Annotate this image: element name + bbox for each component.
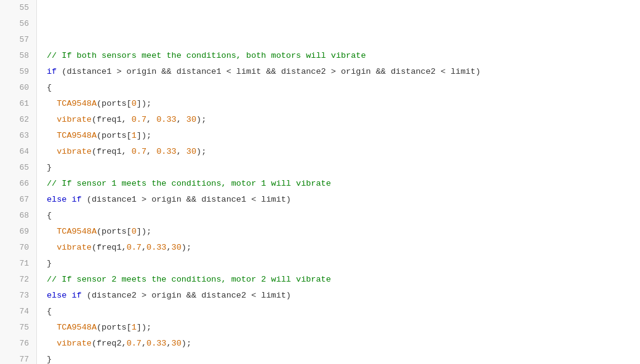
code-function: TCA9548A	[57, 323, 97, 332]
code-line: TCA9548A(ports[1]);	[47, 128, 640, 144]
code-function: TCA9548A	[57, 227, 97, 236]
code-text: (freq1,	[92, 115, 132, 124]
code-line: vibrate(freq2,0.7,0.33,30);	[47, 336, 640, 352]
code-comment: // If sensor 1 meets the conditions, mot…	[47, 179, 331, 188]
code-function: vibrate	[57, 147, 92, 156]
line-number: 73	[7, 288, 29, 304]
code-text: ]);	[137, 323, 151, 332]
code-text: ,	[146, 147, 156, 156]
code-keyword: else	[47, 291, 66, 300]
code-keyword: if	[72, 291, 82, 300]
code-text: );	[196, 147, 206, 156]
code-comment: // If sensor 2 meets the conditions, mot…	[47, 275, 331, 284]
code-line: vibrate(freq1, 0.7, 0.33, 30);	[47, 144, 640, 160]
code-text: (freq1,	[92, 243, 127, 252]
code-text	[66, 195, 71, 204]
line-number-gutter: 5556575859606162636465666768697071727374…	[0, 0, 37, 364]
code-line: TCA9548A(ports[0]);	[47, 96, 640, 112]
line-number: 57	[7, 32, 29, 48]
line-number: 74	[7, 304, 29, 320]
code-number: 0.7	[127, 339, 142, 348]
code-text: ]);	[137, 99, 151, 108]
code-line: if (distance1 > origin && distance1 < li…	[47, 64, 640, 80]
line-number: 65	[7, 160, 29, 176]
code-text	[47, 339, 57, 348]
code-text	[47, 243, 57, 252]
code-number: 0.7	[132, 147, 146, 156]
code-text: (ports[	[97, 99, 132, 108]
line-number: 62	[7, 112, 29, 128]
code-line: // If both sensors meet the conditions, …	[47, 48, 640, 64]
code-comment: // If both sensors meet the conditions, …	[47, 51, 366, 60]
line-number: 63	[7, 128, 29, 144]
line-number: 69	[7, 224, 29, 240]
code-text: ,	[177, 147, 186, 156]
code-text: (distance1 > origin && distance1 < limit…	[57, 67, 481, 76]
code-text	[66, 291, 71, 300]
code-number: 0.33	[156, 147, 176, 156]
code-keyword: if	[47, 67, 57, 76]
code-number: 0	[132, 227, 137, 236]
code-text	[47, 323, 57, 332]
code-function: vibrate	[57, 115, 92, 124]
code-number: 30	[172, 243, 182, 252]
code-line: }	[47, 352, 640, 364]
code-line: }	[47, 256, 640, 272]
line-number: 75	[7, 320, 29, 336]
code-text: (ports[	[97, 323, 132, 332]
line-number: 66	[7, 176, 29, 192]
code-text: ,	[177, 115, 186, 124]
line-number: 59	[7, 64, 29, 80]
code-text: ,	[146, 115, 156, 124]
line-number: 72	[7, 272, 29, 288]
code-text: );	[182, 243, 191, 252]
code-text: ,	[142, 339, 146, 348]
code-line: // If sensor 1 meets the conditions, mot…	[47, 176, 640, 192]
line-number: 58	[7, 48, 29, 64]
code-number: 0.7	[127, 243, 142, 252]
code-line: else if (distance2 > origin && distance2…	[47, 288, 640, 304]
code-keyword: if	[72, 195, 82, 204]
line-number: 56	[7, 16, 29, 32]
line-number: 76	[7, 336, 29, 352]
code-number: 0	[132, 99, 137, 108]
code-line: {	[47, 80, 640, 96]
code-function: vibrate	[57, 243, 92, 252]
code-text: );	[196, 115, 206, 124]
code-text: ]);	[137, 227, 151, 236]
code-line: TCA9548A(ports[1]);	[47, 320, 640, 336]
line-number: 68	[7, 208, 29, 224]
code-content-area[interactable]: // If both sensors meet the conditions, …	[37, 0, 640, 364]
line-number: 64	[7, 144, 29, 160]
code-line: {	[47, 304, 640, 320]
code-text: {	[47, 211, 52, 220]
line-number: 70	[7, 240, 29, 256]
code-function: vibrate	[57, 339, 92, 348]
code-text	[47, 131, 57, 140]
code-line: TCA9548A(ports[0]);	[47, 224, 640, 240]
code-line: {	[47, 208, 640, 224]
line-number: 67	[7, 192, 29, 208]
code-text: (distance1 > origin && distance1 < limit…	[82, 195, 291, 204]
code-text	[47, 115, 57, 124]
code-number: 30	[186, 115, 196, 124]
code-number: 0.33	[156, 115, 176, 124]
code-text: ,	[166, 339, 171, 348]
line-number: 71	[7, 256, 29, 272]
line-number: 61	[7, 96, 29, 112]
code-text: (freq2,	[92, 339, 127, 348]
code-number: 30	[186, 147, 196, 156]
code-line: else if (distance1 > origin && distance1…	[47, 192, 640, 208]
code-text: }	[47, 355, 52, 364]
line-number: 77	[7, 352, 29, 364]
code-function: TCA9548A	[57, 131, 97, 140]
code-line: }	[47, 160, 640, 176]
code-number: 0.7	[132, 115, 146, 124]
code-text	[47, 227, 57, 236]
code-text: ]);	[137, 131, 151, 140]
code-text: {	[47, 307, 52, 316]
code-text: }	[47, 259, 52, 268]
code-number: 30	[172, 339, 182, 348]
code-text: {	[47, 83, 52, 92]
code-keyword: else	[47, 195, 66, 204]
